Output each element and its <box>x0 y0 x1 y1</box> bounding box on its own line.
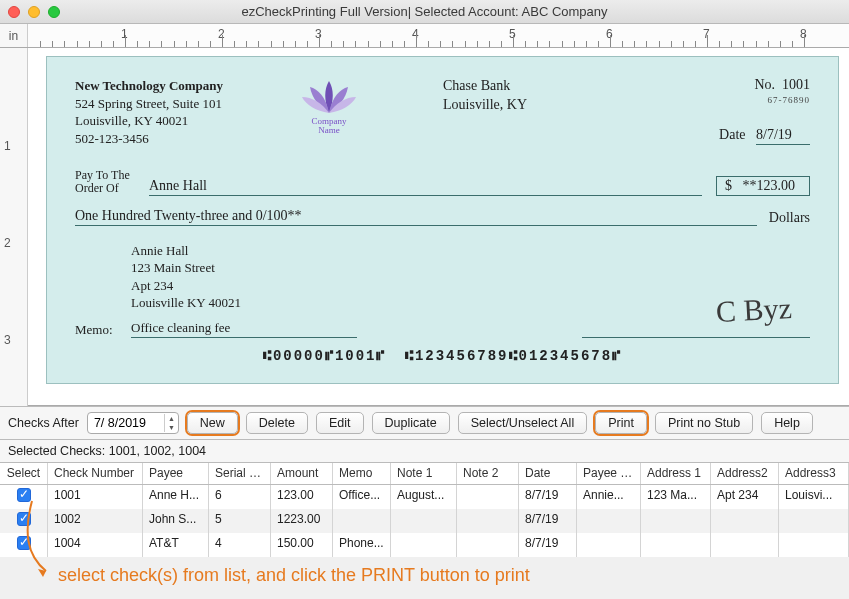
stepper-up-icon[interactable]: ▲ <box>165 414 178 423</box>
logo-text-2: Name <box>285 126 373 135</box>
cell-num: 1001 <box>48 485 143 509</box>
col-amount[interactable]: Amount <box>271 463 333 484</box>
cell-n1: August... <box>391 485 457 509</box>
cell-n2 <box>457 533 519 557</box>
cell-payee: AT&T <box>143 533 209 557</box>
col-address2[interactable]: Address2 <box>711 463 779 484</box>
titlebar: ezCheckPrinting Full Version| Selected A… <box>0 0 849 24</box>
annotation-hint: select check(s) from list, and click the… <box>0 557 849 586</box>
horizontal-ruler: 12345678 <box>28 24 849 47</box>
company-addr1: 524 Spring Street, Suite 101 <box>75 96 222 111</box>
lotus-icon <box>298 77 360 117</box>
annotation-arrow-icon <box>16 501 56 584</box>
col-note1[interactable]: Note 1 <box>391 463 457 484</box>
checks-table: Select Check Number Payee Serial N... Am… <box>0 463 849 557</box>
table-row[interactable]: 1001Anne H...6123.00Office...August...8/… <box>0 485 849 509</box>
pay-to-label: Pay To The Order Of <box>75 169 149 195</box>
cell-memo: Phone... <box>333 533 391 557</box>
cell-amount: 123.00 <box>271 485 333 509</box>
checks-after-label: Checks After <box>8 416 79 430</box>
print-no-stub-button[interactable]: Print no Stub <box>655 412 753 434</box>
cell-n1 <box>391 509 457 533</box>
fraction-code: 67-76890 <box>719 95 810 105</box>
new-button[interactable]: New <box>187 412 238 434</box>
cell-pn <box>577 509 641 533</box>
cell-num: 1004 <box>48 533 143 557</box>
memo-value: Office cleaning fee <box>131 320 357 338</box>
company-name: New Technology Company <box>75 78 223 93</box>
select-unselect-all-button[interactable]: Select/Unselect All <box>458 412 588 434</box>
checks-after-date[interactable]: ▲ ▼ <box>87 412 179 434</box>
micr-line: ⑆00000⑈1001⑈ ⑆123456789⑆012345678⑈ <box>75 348 810 364</box>
cell-a1 <box>641 509 711 533</box>
row-select-checkbox[interactable] <box>17 488 31 502</box>
col-address1[interactable]: Address 1 <box>641 463 711 484</box>
duplicate-button[interactable]: Duplicate <box>372 412 450 434</box>
signature: C Byz <box>715 291 793 329</box>
col-address3[interactable]: Address3 <box>779 463 849 484</box>
cell-n2 <box>457 509 519 533</box>
table-row[interactable]: 1004AT&T4150.00Phone...8/7/19 <box>0 533 849 557</box>
toolbar: Checks After ▲ ▼ New Delete Edit Duplica… <box>0 406 849 440</box>
selected-checks-summary: Selected Checks: 1001, 1002, 1004 <box>0 440 849 463</box>
col-payee-name[interactable]: Payee N... <box>577 463 641 484</box>
cell-serial: 6 <box>209 485 271 509</box>
check-number: 1001 <box>782 77 810 92</box>
amount-numeric: **123.00 <box>743 178 796 193</box>
cell-payee: Anne H... <box>143 485 209 509</box>
cell-serial: 4 <box>209 533 271 557</box>
cell-payee: John S... <box>143 509 209 533</box>
stepper-down-icon[interactable]: ▼ <box>165 423 178 432</box>
cell-amount: 150.00 <box>271 533 333 557</box>
edit-button[interactable]: Edit <box>316 412 364 434</box>
table-row[interactable]: 1002John S...51223.008/7/19 <box>0 509 849 533</box>
check-date: 8/7/19 <box>756 127 810 145</box>
company-phone: 502-123-3456 <box>75 131 149 146</box>
cell-memo <box>333 509 391 533</box>
col-check-number[interactable]: Check Number <box>48 463 143 484</box>
amount-box: $ **123.00 <box>716 176 810 196</box>
checks-after-input[interactable] <box>88 416 164 430</box>
company-logo: Company Name <box>285 77 373 147</box>
check-preview: New Technology Company 524 Spring Street… <box>46 56 839 384</box>
cell-a1 <box>641 533 711 557</box>
dollars-label: Dollars <box>769 210 810 226</box>
window-title: ezCheckPrinting Full Version| Selected A… <box>0 4 849 19</box>
cell-a3 <box>779 509 849 533</box>
memo-label: Memo: <box>75 322 131 338</box>
currency-symbol: $ <box>725 178 732 193</box>
cell-pn <box>577 533 641 557</box>
cell-a3 <box>779 533 849 557</box>
col-payee[interactable]: Payee <box>143 463 209 484</box>
payee-address: Annie Hall 123 Main Street Apt 234 Louis… <box>131 242 810 312</box>
cell-amount: 1223.00 <box>271 509 333 533</box>
cell-pn: Annie... <box>577 485 641 509</box>
date-label: Date <box>719 127 745 142</box>
company-addr2: Louisville, KY 40021 <box>75 113 188 128</box>
help-button[interactable]: Help <box>761 412 813 434</box>
vertical-ruler: 123 <box>0 48 28 406</box>
payee-line: Anne Hall <box>149 178 702 196</box>
cell-date: 8/7/19 <box>519 533 577 557</box>
ruler-row: in 12345678 <box>0 24 849 48</box>
table-body: 1001Anne H...6123.00Office...August...8/… <box>0 485 849 557</box>
delete-button[interactable]: Delete <box>246 412 308 434</box>
cell-a2: Apt 234 <box>711 485 779 509</box>
cell-num: 1002 <box>48 509 143 533</box>
col-date[interactable]: Date <box>519 463 577 484</box>
bank-name: Chase Bank <box>443 78 510 93</box>
bank-city: Louisville, KY <box>443 97 527 112</box>
canvas: New Technology Company 524 Spring Street… <box>28 48 849 406</box>
col-serial[interactable]: Serial N... <box>209 463 271 484</box>
cell-date: 8/7/19 <box>519 509 577 533</box>
cell-n2 <box>457 485 519 509</box>
cell-memo: Office... <box>333 485 391 509</box>
col-note2[interactable]: Note 2 <box>457 463 519 484</box>
print-button[interactable]: Print <box>595 412 647 434</box>
col-memo[interactable]: Memo <box>333 463 391 484</box>
col-select[interactable]: Select <box>0 463 48 484</box>
company-block: New Technology Company 524 Spring Street… <box>75 77 285 147</box>
cell-date: 8/7/19 <box>519 485 577 509</box>
check-top-right: No. 1001 67-76890 Date 8/7/19 <box>719 77 810 147</box>
table-header: Select Check Number Payee Serial N... Am… <box>0 463 849 485</box>
